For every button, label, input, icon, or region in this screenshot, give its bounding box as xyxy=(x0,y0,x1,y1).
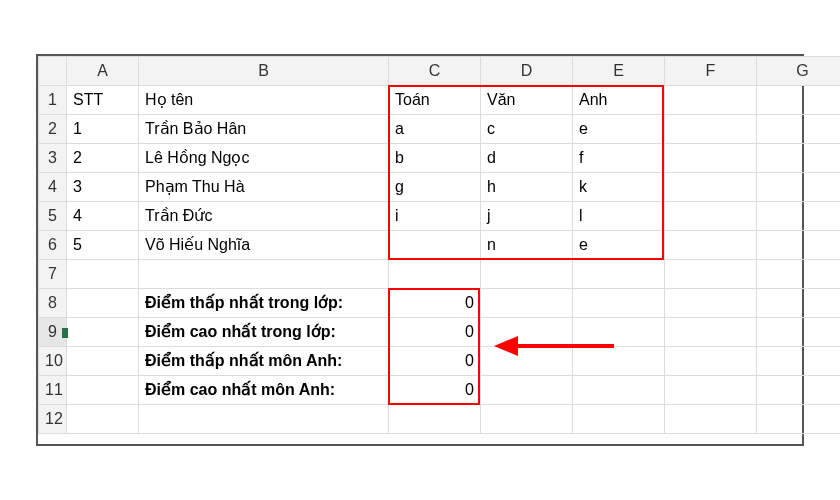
cell-F2[interactable] xyxy=(665,115,757,144)
cell-E3[interactable]: f xyxy=(573,144,665,173)
cell-A12[interactable] xyxy=(67,405,139,434)
cell-D10[interactable] xyxy=(481,347,573,376)
cell-D6[interactable]: n xyxy=(481,231,573,260)
cell-D3[interactable]: d xyxy=(481,144,573,173)
cell-G8[interactable] xyxy=(757,289,841,318)
cell-E11[interactable] xyxy=(573,376,665,405)
cell-D7[interactable] xyxy=(481,260,573,289)
cell-B11[interactable]: Điểm cao nhất môn Anh: xyxy=(139,376,389,405)
col-header-F[interactable]: F xyxy=(665,57,757,86)
cell-F7[interactable] xyxy=(665,260,757,289)
cell-C12[interactable] xyxy=(389,405,481,434)
cell-D11[interactable] xyxy=(481,376,573,405)
cell-A3[interactable]: 2 xyxy=(67,144,139,173)
cell-F8[interactable] xyxy=(665,289,757,318)
cell-E8[interactable] xyxy=(573,289,665,318)
cell-F4[interactable] xyxy=(665,173,757,202)
cell-G6[interactable] xyxy=(757,231,841,260)
cell-A7[interactable] xyxy=(67,260,139,289)
cell-C11[interactable]: 0 xyxy=(389,376,481,405)
cell-B4[interactable]: Phạm Thu Hà xyxy=(139,173,389,202)
cell-F1[interactable] xyxy=(665,86,757,115)
row-header-8[interactable]: 8 xyxy=(39,289,67,318)
row-header-11[interactable]: 11 xyxy=(39,376,67,405)
cell-B5[interactable]: Trần Đức xyxy=(139,202,389,231)
cell-E5[interactable]: l xyxy=(573,202,665,231)
row-header-9[interactable]: 9 xyxy=(39,318,67,347)
row-header-10[interactable]: 10 xyxy=(39,347,67,376)
cell-A2[interactable]: 1 xyxy=(67,115,139,144)
cell-F12[interactable] xyxy=(665,405,757,434)
cell-G12[interactable] xyxy=(757,405,841,434)
cell-B2[interactable]: Trần Bảo Hân xyxy=(139,115,389,144)
cell-B8[interactable]: Điểm thấp nhất trong lớp: xyxy=(139,289,389,318)
cell-B9[interactable]: Điểm cao nhất trong lớp: xyxy=(139,318,389,347)
cell-C6[interactable] xyxy=(389,231,481,260)
col-header-C[interactable]: C xyxy=(389,57,481,86)
cell-E2[interactable]: e xyxy=(573,115,665,144)
cell-G10[interactable] xyxy=(757,347,841,376)
row-header-2[interactable]: 2 xyxy=(39,115,67,144)
cell-B10[interactable]: Điểm thấp nhất môn Anh: xyxy=(139,347,389,376)
cell-E12[interactable] xyxy=(573,405,665,434)
cell-G2[interactable] xyxy=(757,115,841,144)
cell-G4[interactable] xyxy=(757,173,841,202)
cell-A6[interactable]: 5 xyxy=(67,231,139,260)
cell-C1[interactable]: Toán xyxy=(389,86,481,115)
cell-A11[interactable] xyxy=(67,376,139,405)
cell-G3[interactable] xyxy=(757,144,841,173)
cell-E9[interactable] xyxy=(573,318,665,347)
cell-G9[interactable] xyxy=(757,318,841,347)
cell-F9[interactable] xyxy=(665,318,757,347)
cell-F5[interactable] xyxy=(665,202,757,231)
cell-G1[interactable] xyxy=(757,86,841,115)
cell-F11[interactable] xyxy=(665,376,757,405)
cell-E4[interactable]: k xyxy=(573,173,665,202)
row-header-3[interactable]: 3 xyxy=(39,144,67,173)
row-header-7[interactable]: 7 xyxy=(39,260,67,289)
cell-B12[interactable] xyxy=(139,405,389,434)
row-header-4[interactable]: 4 xyxy=(39,173,67,202)
col-header-B[interactable]: B xyxy=(139,57,389,86)
cell-G7[interactable] xyxy=(757,260,841,289)
cell-B6[interactable]: Võ Hiếu Nghĩa xyxy=(139,231,389,260)
col-header-A[interactable]: A xyxy=(67,57,139,86)
cell-C3[interactable]: b xyxy=(389,144,481,173)
cell-G11[interactable] xyxy=(757,376,841,405)
cell-D8[interactable] xyxy=(481,289,573,318)
col-header-G[interactable]: G xyxy=(757,57,841,86)
cell-C4[interactable]: g xyxy=(389,173,481,202)
cell-C9[interactable]: 0 xyxy=(389,318,481,347)
col-header-D[interactable]: D xyxy=(481,57,573,86)
col-header-E[interactable]: E xyxy=(573,57,665,86)
row-header-12[interactable]: 12 xyxy=(39,405,67,434)
cell-G5[interactable] xyxy=(757,202,841,231)
cell-A5[interactable]: 4 xyxy=(67,202,139,231)
cell-A4[interactable]: 3 xyxy=(67,173,139,202)
cell-E7[interactable] xyxy=(573,260,665,289)
cell-A10[interactable] xyxy=(67,347,139,376)
cell-A1[interactable]: STT xyxy=(67,86,139,115)
cell-A8[interactable] xyxy=(67,289,139,318)
cell-F10[interactable] xyxy=(665,347,757,376)
cell-D5[interactable]: j xyxy=(481,202,573,231)
row-header-6[interactable]: 6 xyxy=(39,231,67,260)
cell-A9[interactable] xyxy=(67,318,139,347)
cell-D2[interactable]: c xyxy=(481,115,573,144)
cell-B7[interactable] xyxy=(139,260,389,289)
row-header-5[interactable]: 5 xyxy=(39,202,67,231)
cell-C2[interactable]: a xyxy=(389,115,481,144)
cell-C10[interactable]: 0 xyxy=(389,347,481,376)
select-all-corner[interactable] xyxy=(39,57,67,86)
cell-D4[interactable]: h xyxy=(481,173,573,202)
cell-C5[interactable]: i xyxy=(389,202,481,231)
cell-D1[interactable]: Văn xyxy=(481,86,573,115)
cell-B3[interactable]: Lê Hồng Ngọc xyxy=(139,144,389,173)
cell-E10[interactable] xyxy=(573,347,665,376)
cell-F6[interactable] xyxy=(665,231,757,260)
cell-D12[interactable] xyxy=(481,405,573,434)
cell-D9[interactable] xyxy=(481,318,573,347)
cell-F3[interactable] xyxy=(665,144,757,173)
cell-E1[interactable]: Anh xyxy=(573,86,665,115)
cell-C7[interactable] xyxy=(389,260,481,289)
